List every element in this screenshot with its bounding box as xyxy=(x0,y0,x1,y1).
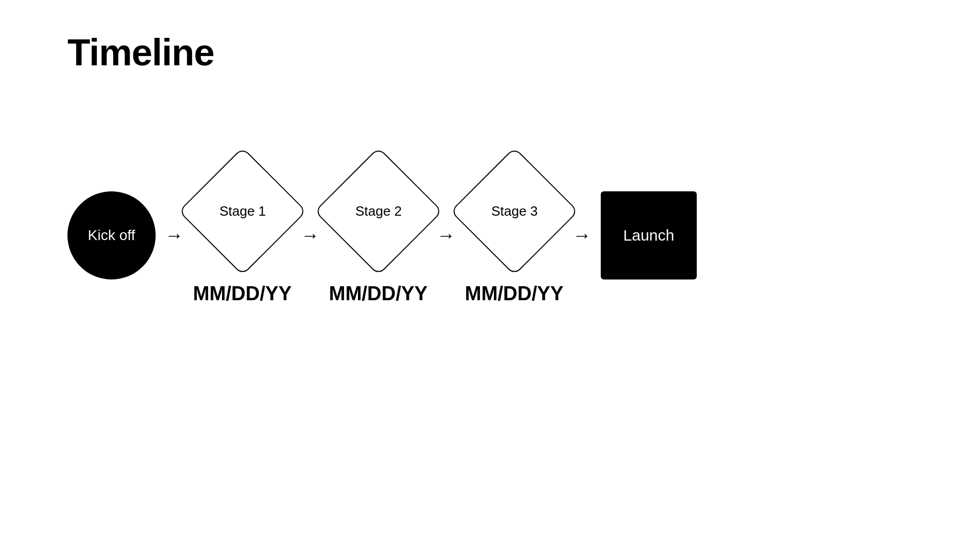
stage-1-label: Stage 1 xyxy=(219,203,266,219)
stage-2-label: Stage 2 xyxy=(355,203,402,219)
timeline-diagram: Kick off → Stage 1 MM/DD/YY → Stage 2 MM… xyxy=(67,166,697,305)
arrow-4: → xyxy=(573,225,591,246)
stage-1-diamond: Stage 1 xyxy=(178,147,306,275)
stage-1-date: MM/DD/YY xyxy=(193,283,292,305)
kickoff-label: Kick off xyxy=(88,227,135,244)
stage-3-diamond: Stage 3 xyxy=(450,147,578,275)
stage-3-label: Stage 3 xyxy=(491,203,537,219)
launch-node: Launch xyxy=(601,191,697,279)
stage-2-wrapper: Stage 2 MM/DD/YY xyxy=(329,166,427,305)
kickoff-node: Kick off xyxy=(67,191,156,279)
launch-wrapper: Launch xyxy=(601,191,697,279)
page-title: Timeline xyxy=(67,31,214,74)
stage-3-date: MM/DD/YY xyxy=(465,283,563,305)
stage-2-date: MM/DD/YY xyxy=(329,283,427,305)
stage-2-diamond: Stage 2 xyxy=(314,147,442,275)
arrow-2: → xyxy=(301,225,320,246)
stage-1-wrapper: Stage 1 MM/DD/YY xyxy=(193,166,292,305)
arrow-3: → xyxy=(437,225,456,246)
arrow-1: → xyxy=(165,225,184,246)
launch-label: Launch xyxy=(623,227,674,244)
stage-3-wrapper: Stage 3 MM/DD/YY xyxy=(465,166,563,305)
